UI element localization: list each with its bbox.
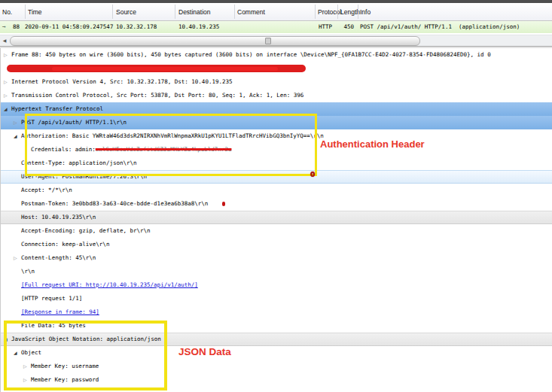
wireshark-window: No.TimeSourceDestinationCommentProtocolL… <box>0 0 552 392</box>
ethernet-redacted-row[interactable] <box>1 62 552 75</box>
packet-row[interactable]: → 882020-09-11 04:58:09.24754710.32.32.1… <box>0 21 552 33</box>
column-separator[interactable] <box>234 5 235 19</box>
packet-cell-protocol: HTTP <box>319 21 332 33</box>
redaction-bar <box>7 65 306 72</box>
json-row-text: JavaScript Object Notation: application/… <box>11 333 161 346</box>
packet-details-pane: ▷Frame 88: 450 bytes on wire (3600 bits)… <box>0 48 552 392</box>
crlf-row-text: \r\n <box>21 265 35 278</box>
packet-cell-no: 88 <box>13 21 20 33</box>
http-post-row-text: POST /api/v1/auth/ HTTP/1.1\r\n <box>21 116 127 129</box>
response-in-frame-row-text[interactable]: [Response in frame: 94] <box>21 305 99 319</box>
connection-row-text: Connection: keep-alive\r\n <box>21 238 109 251</box>
column-separator[interactable] <box>358 5 358 19</box>
http-request-count-row-text: [HTTP request 1/1] <box>21 292 82 305</box>
postman-token-row[interactable]: Postman-Token: 3e0bbd83-3a63-40ce-bdde-d… <box>1 197 552 211</box>
credentials-redacted-text: wwlGcHEsaVdeZzfitdSZJaMKLYZu4kpubld7nr2a <box>96 146 232 153</box>
json-object-row[interactable]: ◢Object <box>1 346 552 360</box>
host-row[interactable]: Host: 10.40.19.235\r\n <box>1 211 552 224</box>
member-key-password-row-text: Member Key: password <box>31 373 99 387</box>
credentials-text: Credentials: admin:wwlGcHEsaVdeZzfitdSZJ… <box>31 143 231 156</box>
full-request-uri-row[interactable]: [Full request URI: http://10.40.19.235/a… <box>1 278 552 292</box>
ip-row-expander-collapsed-icon[interactable]: ▷ <box>4 75 8 89</box>
auth-header-annotation-label: Authentication Header <box>320 138 425 150</box>
connection-row[interactable]: Connection: keep-alive\r\n <box>1 238 552 251</box>
column-header-destination[interactable]: Destination <box>178 8 211 16</box>
postman-token-row-text: Postman-Token: 3e0bbd83-3a63-40ce-bdde-d… <box>21 197 208 211</box>
crlf-row[interactable]: \r\n <box>1 265 552 278</box>
content-length-row-text: Content-Length: 45\r\n <box>21 251 96 265</box>
packet-cell-time: 2020-09-11 04:58:09.247547 <box>25 21 113 33</box>
http-request-count-row[interactable]: [HTTP request 1/1] <box>1 292 552 305</box>
red-dot-annotation <box>222 202 225 206</box>
authorization-row-expander-expanded-icon[interactable]: ◢ <box>14 129 17 143</box>
accept-row-text: Accept: */*\r\n <box>21 184 72 197</box>
column-header-no[interactable]: No. <box>2 8 12 16</box>
accept-row[interactable]: Accept: */*\r\n <box>1 184 552 197</box>
column-separator[interactable] <box>175 5 175 19</box>
tcp-row[interactable]: ▷Transmission Control Protocol, Src Port… <box>1 89 552 102</box>
content-length-row[interactable]: ▷Content-Length: 45\r\n <box>1 251 552 265</box>
json-data-annotation-label: JSON Data <box>178 346 231 357</box>
json-row[interactable]: ◢JavaScript Object Notation: application… <box>1 333 552 346</box>
column-separator[interactable] <box>315 5 316 19</box>
member-key-username-row-expander-collapsed-icon[interactable]: ▷ <box>23 360 27 373</box>
column-separator[interactable] <box>112 5 113 19</box>
tcp-row-text: Transmission Control Protocol, Src Port:… <box>11 89 303 102</box>
authorization-row-text: Authorization: Basic YWRtaW46d3dsR2NIRXN… <box>21 129 324 143</box>
column-header-info[interactable]: Info <box>360 8 371 16</box>
json-object-row-expander-expanded-icon[interactable]: ◢ <box>14 346 17 360</box>
json-object-row-text: Object <box>21 346 41 360</box>
http-post-row-expander-collapsed-icon[interactable]: ▷ <box>14 116 17 129</box>
redaction-bar-detail <box>52 67 278 71</box>
member-key-username-row-text: Member Key: username <box>31 360 99 373</box>
scrollbar-grip-icon <box>265 38 271 44</box>
member-key-password-row[interactable]: ▷Member Key: password <box>1 373 552 387</box>
http-row-expander-expanded-icon[interactable]: ◢ <box>4 102 8 116</box>
accept-encoding-row-text: Accept-Encoding: gzip, deflate, br\r\n <box>21 224 151 238</box>
file-data-row-text: File Data: 45 bytes <box>21 319 86 333</box>
packet-marker-arrow-icon: → <box>2 21 6 33</box>
packet-cell-length: 450 <box>337 21 354 33</box>
http-post-row[interactable]: ▷POST /api/v1/auth/ HTTP/1.1\r\n <box>1 116 552 129</box>
http-row[interactable]: ◢Hypertext Transfer Protocol <box>1 102 552 116</box>
column-header-time[interactable]: Time <box>28 8 42 16</box>
content-length-row-expander-collapsed-icon[interactable]: ▷ <box>14 251 17 265</box>
response-in-frame-row[interactable]: [Response in frame: 94] <box>1 305 552 319</box>
frame-row-text: Frame 88: 450 bytes on wire (3600 bits),… <box>11 48 491 62</box>
authorization-row[interactable]: ◢Authorization: Basic YWRtaW46d3dsR2NIRX… <box>1 129 552 143</box>
ip-row[interactable]: ▷Internet Protocol Version 4, Src: 10.32… <box>1 75 552 89</box>
frame-row-expander-collapsed-icon[interactable]: ▷ <box>4 48 8 62</box>
ip-row-text: Internet Protocol Version 4, Src: 10.32.… <box>11 75 233 89</box>
column-header-comment[interactable]: Comment <box>237 8 265 16</box>
content-type-row[interactable]: Content-Type: application/json\r\n <box>1 156 552 170</box>
credentials-row[interactable]: Credentials: admin:wwlGcHEsaVdeZzfitdSZJ… <box>1 143 552 156</box>
host-row-text: Host: 10.40.19.235\r\n <box>21 211 96 224</box>
file-data-row[interactable]: File Data: 45 bytes <box>1 319 552 333</box>
frame-row[interactable]: ▷Frame 88: 450 bytes on wire (3600 bits)… <box>1 48 552 62</box>
packet-cell-info: POST /api/v1/auth/ HTTP/1.1 (application… <box>360 21 520 33</box>
user-agent-row-text: User-Agent: PostmanRuntime/7.26.3\r\n <box>21 170 147 184</box>
tcp-row-expander-collapsed-icon[interactable]: ▷ <box>4 89 8 102</box>
user-agent-row[interactable]: User-Agent: PostmanRuntime/7.26.3\r\n <box>1 170 552 184</box>
column-separator[interactable] <box>25 5 26 19</box>
json-row-expander-expanded-icon[interactable]: ◢ <box>4 333 8 346</box>
full-request-uri-row-text[interactable]: [Full request URI: http://10.40.19.235/a… <box>21 278 198 292</box>
column-separator[interactable] <box>337 5 338 19</box>
scrollbar-thumb[interactable] <box>10 36 420 46</box>
accept-encoding-row[interactable]: Accept-Encoding: gzip, deflate, br\r\n <box>1 224 552 238</box>
packet-cell-destination: 10.40.19.235 <box>178 21 219 33</box>
member-key-username-row[interactable]: ▷Member Key: username <box>1 360 552 373</box>
member-key-password-row-expander-collapsed-icon[interactable]: ▷ <box>23 373 27 387</box>
column-header-source[interactable]: Source <box>116 8 136 16</box>
packet-cell-source: 10.32.32.178 <box>116 21 157 33</box>
scroll-left-arrow-icon[interactable]: ◀ <box>1 35 8 45</box>
http-row-text: Hypertext Transfer Protocol <box>11 102 103 116</box>
packet-list-header: No.TimeSourceDestinationCommentProtocolL… <box>0 3 552 21</box>
red-zero-annotation: 0 <box>310 171 315 178</box>
content-type-row-text: Content-Type: application/json\r\n <box>21 156 137 170</box>
